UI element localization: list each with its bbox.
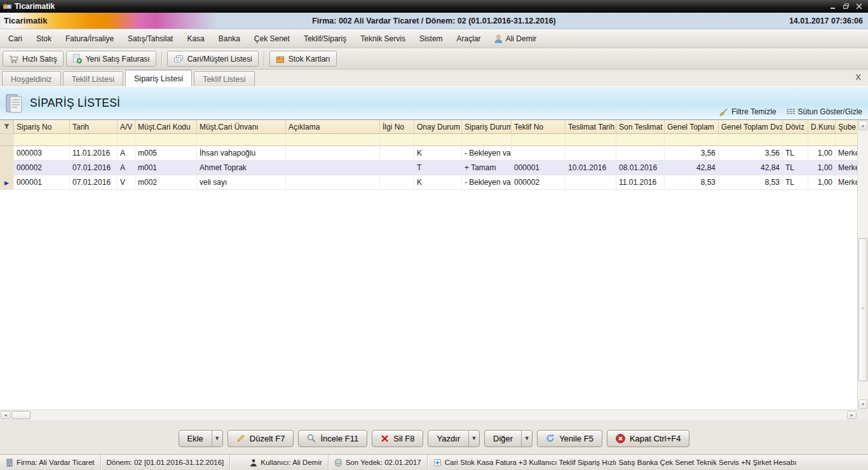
menu-user[interactable]: Ali Demir: [488, 32, 543, 46]
horizontal-scrollbar[interactable]: ◄ ►: [0, 410, 857, 420]
column-header-d-viz[interactable]: Döviz: [783, 120, 808, 134]
column-header-sipari-no[interactable]: Sipariş No: [14, 120, 70, 134]
i-ncele-f11-button[interactable]: İncele F11: [298, 430, 367, 447]
filter-cell-sipari-durum[interactable]: [462, 134, 512, 146]
column-header-i-lgi-no[interactable]: İlgi No: [380, 120, 414, 134]
table-row-3[interactable]: ▶00000107.01.2016Vm002veli sayıK- Bekley…: [0, 175, 857, 190]
column-header-son-teslimat[interactable]: Son Teslimat: [616, 120, 665, 134]
cell-onay-durum: K: [414, 146, 462, 161]
tab-teklif-listesi-1[interactable]: Teklif Listesi: [63, 71, 123, 86]
column-header-onay-durum[interactable]: Onay Durum: [414, 120, 462, 134]
vertical-scroll-thumb[interactable]: [858, 238, 867, 381]
filter-cell-d-viz[interactable]: [783, 134, 808, 146]
column-toggle-button[interactable]: Sütun Göster/Gizle: [787, 107, 862, 116]
cell-d-kuru: 1,00: [808, 175, 836, 190]
filter-cell-a-klama[interactable]: [286, 134, 380, 146]
status-item-text: Firma: Ali Vardar Ticaret: [17, 459, 95, 466]
menu-item-stok[interactable]: Stok: [29, 31, 58, 46]
menu-item-kasa[interactable]: Kasa: [180, 31, 211, 46]
cell-genel-toplam-dvz: 42,84: [719, 161, 783, 175]
vertical-scrollbar[interactable]: ▲ ▼: [857, 120, 868, 410]
filter-cell-genel-toplam-dvz[interactable]: [719, 134, 783, 146]
cell-teslimat-tarih: [566, 175, 616, 190]
tab-ho-geldiniz-0[interactable]: Hoşgeldiniz: [2, 71, 61, 86]
column-header-genel-toplam[interactable]: Genel Toplam: [665, 120, 719, 134]
cell-sipari-durum: - Bekleyen var: [462, 175, 512, 190]
minimize-button[interactable]: [830, 3, 836, 10]
filter-cell-onay-durum[interactable]: [414, 134, 462, 146]
ekle-button[interactable]: Ekle▼: [179, 430, 223, 447]
menu-item-sat-tahsilat[interactable]: Satış/Tahsilat: [121, 31, 180, 46]
column-header-a-v[interactable]: A/V: [118, 120, 135, 134]
toolbar: Hızlı SatışYeni Satış FaturasıCari/Müşte…: [0, 48, 868, 70]
menu-item-cari[interactable]: Cari: [1, 31, 29, 46]
restore-button[interactable]: [843, 3, 850, 10]
dropdown-arrow-icon[interactable]: ▼: [468, 431, 479, 446]
filter-clear-button[interactable]: Filtre Temizle: [719, 107, 776, 116]
backup-icon: [334, 459, 342, 467]
toolbar-button-stok-kartlar[interactable]: Stok Kartları: [269, 51, 337, 67]
filter-cell-sipari-no[interactable]: [14, 134, 70, 146]
menu-item-banka[interactable]: Banka: [212, 31, 247, 46]
scroll-right-button[interactable]: ►: [847, 411, 857, 419]
dropdown-arrow-icon[interactable]: ▼: [521, 431, 532, 446]
tab-close-button[interactable]: X: [855, 72, 861, 82]
toolbar-button-cari-m-teri-listesi[interactable]: Cari/Müşteri Listesi: [167, 51, 259, 67]
sil-f8-button[interactable]: Sil F8: [372, 430, 423, 447]
close-button[interactable]: [856, 3, 862, 10]
column-header-tarih[interactable]: Tarih: [70, 120, 118, 134]
menu-item-fatura-i-rsaliye[interactable]: Fatura/İrsaliye: [58, 31, 121, 46]
filter-cell-genel-toplam[interactable]: [665, 134, 719, 146]
app-icon: [3, 3, 11, 10]
column-header-a-klama[interactable]: Açıklama: [286, 120, 380, 134]
column-header-m-t-cari-kodu[interactable]: Müşt.Cari Kodu: [135, 120, 197, 134]
column-header-sipari-durum[interactable]: Sipariş Durum: [462, 120, 512, 134]
column-header-ube[interactable]: Şube: [836, 120, 857, 134]
toolbar-button-yeni-sat-faturas[interactable]: Yeni Satış Faturası: [66, 51, 156, 67]
menu-item-ek-senet[interactable]: Çek Senet: [247, 31, 297, 46]
filter-cell-teslimat-tarih[interactable]: [566, 134, 616, 146]
menu-item-teklif-sipari[interactable]: Teklif/Sipariş: [297, 31, 353, 46]
cell-teslimat-tarih: [566, 146, 616, 161]
table-row-2[interactable]: 00000207.01.2016Am001Ahmet ToprakT+ Tama…: [0, 161, 857, 175]
orders-grid: Sipariş NoTarihA/VMüşt.Cari KoduMüşt.Car…: [0, 119, 868, 420]
di-er-button[interactable]: Diğer▼: [484, 430, 532, 447]
menu-item-teknik-servis[interactable]: Teknik Servis: [353, 31, 412, 46]
toolbar-button-h-zl-sat[interactable]: Hızlı Satış: [3, 51, 64, 67]
action-bar: Ekle▼Düzelt F7İncele F11Sil F8Yazdır▼Diğ…: [0, 420, 868, 454]
column-header-teslimat-tarih[interactable]: Teslimat Tarih: [566, 120, 616, 134]
filter-cell-ube[interactable]: [836, 134, 857, 146]
tab-teklif-listesi-3[interactable]: Teklif Listesi: [194, 71, 254, 86]
scroll-down-button[interactable]: ▼: [858, 399, 867, 409]
filter-cell-tarih[interactable]: [70, 134, 118, 146]
filter-cell-i-lgi-no[interactable]: [380, 134, 414, 146]
column-header-teklif-no[interactable]: Teklif No: [512, 120, 566, 134]
dropdown-arrow-icon[interactable]: ▼: [212, 431, 222, 446]
filter-cell-teklif-no[interactable]: [512, 134, 566, 146]
column-header-genel-toplam-dvz[interactable]: Genel Toplam Dvz: [719, 120, 783, 134]
scroll-left-button[interactable]: ◄: [1, 411, 10, 419]
filter-funnel-icon[interactable]: [0, 120, 14, 134]
scroll-up-button[interactable]: ▲: [858, 121, 867, 130]
filter-cell-m-t-cari-nvan[interactable]: [197, 134, 286, 146]
filter-cell-a-v[interactable]: [118, 134, 135, 146]
tab-sipari-listesi-active[interactable]: Sipariş Listesi: [125, 70, 192, 86]
filter-cell-m-t-cari-kodu[interactable]: [135, 134, 197, 146]
filter-cell-d-kuru[interactable]: [808, 134, 836, 146]
yazd-r-button[interactable]: Yazdır▼: [428, 430, 480, 447]
yenile-f5-button[interactable]: Yenile F5: [537, 430, 602, 447]
menu-item-sistem[interactable]: Sistem: [412, 31, 450, 46]
column-header-m-t-cari-nvan[interactable]: Müşt.Cari Ünvanı: [197, 120, 286, 134]
column-header-d-kuru[interactable]: D.Kuru: [808, 120, 836, 134]
menu-item-ara-lar[interactable]: Araçlar: [450, 31, 488, 46]
cell-son-teslimat: 08.01.2016: [616, 161, 665, 175]
table-row-1[interactable]: 00000311.01.2016Am005İhsan vahapoğluK- B…: [0, 146, 857, 161]
horizontal-scroll-thumb[interactable]: [11, 411, 31, 419]
modules-icon: [433, 459, 442, 467]
kapat-ctrl-f4-button[interactable]: Kapat Ctrl+F4: [607, 430, 690, 447]
cell-m-t-cari-nvan: İhsan vahapoğlu: [197, 146, 286, 161]
d-zelt-f7-button[interactable]: Düzelt F7: [227, 430, 294, 447]
cell-tarih: 07.01.2016: [70, 175, 118, 190]
filter-cell-son-teslimat[interactable]: [616, 134, 665, 146]
cell-a-v: A: [118, 161, 135, 175]
